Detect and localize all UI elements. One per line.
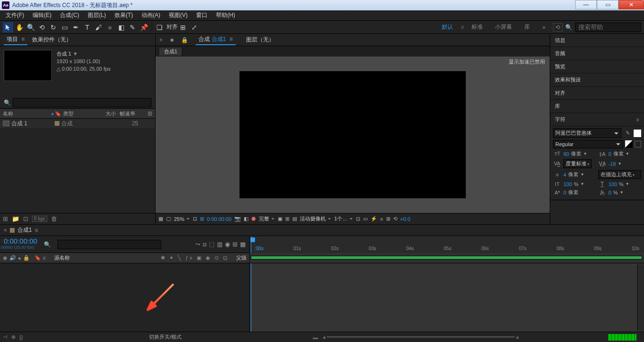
new-comp-icon[interactable]: ⊡ [23,215,28,222]
flowchart-icon[interactable]: ⊞ [386,216,390,222]
scrollbar-v[interactable] [637,264,644,331]
res-down-icon[interactable]: ⊡ [193,216,197,222]
workspace-default[interactable]: 默认 [437,22,458,32]
transparency-grid-icon[interactable]: ⊞ [200,216,204,222]
project-search-input[interactable] [13,98,151,107]
work-area-bar[interactable] [251,256,642,260]
graph-editor-icon[interactable]: ⊞ [232,241,238,248]
comp-mini-tab[interactable]: 合成1 [159,48,182,56]
pixel-aspect-icon[interactable]: ▭ [363,216,368,222]
selection-tool[interactable] [3,22,13,33]
panel-info[interactable]: 信息 [550,34,644,47]
maximize-button[interactable]: ▭ [597,0,619,9]
menu-animation[interactable]: 动画(A) [138,10,164,20]
timeline-layer-area[interactable] [0,263,250,332]
vscale-value[interactable]: 100 [563,181,572,187]
parent-header[interactable]: 父级 [236,254,247,261]
interpret-icon[interactable]: ⊞ [3,215,8,222]
toggle-modes-icon[interactable]: ⊕ [11,334,16,340]
toggle-switches-modes[interactable]: 切换开关/模式 [149,334,182,341]
baseline-value[interactable]: 0 [563,190,566,195]
text-tool[interactable]: T [82,22,92,33]
snap-icon[interactable]: ❏ [154,22,165,33]
timeline-icon[interactable]: ≡ [380,216,383,222]
stamp-tool[interactable]: ⟐ [105,22,115,33]
close-button[interactable]: ✕ [619,0,644,9]
brush-tool[interactable]: 🖌 [93,22,104,33]
no-color-swatch[interactable] [635,141,641,147]
toggle-switches-icon[interactable]: ⊣ [3,334,8,340]
tsume-value[interactable]: 0 [609,190,611,195]
expand-icon[interactable]: ⤢ [189,22,199,33]
resolution-selector[interactable]: 完整 [259,215,275,222]
playhead[interactable] [250,237,255,242]
leading-value[interactable]: 0 [609,151,611,157]
bit-depth[interactable]: 8 bpc [32,216,47,222]
fill-color-swatch[interactable] [634,130,641,137]
video-col-icon[interactable]: ◉ [3,255,8,261]
workspace-standard[interactable]: 标准 [467,22,487,32]
solo-col-icon[interactable]: ● [18,255,21,261]
show-snapshot-icon[interactable]: ◧ [244,216,248,222]
flowchart-icon[interactable]: ⊞ [148,110,152,117]
frame-blend-icon[interactable]: ▥ [217,241,223,248]
menu-composition[interactable]: 合成(C) [56,10,83,20]
tab-effect-controls[interactable]: 效果控件（无） [29,35,74,45]
font-size-value[interactable]: 80 [563,151,569,157]
sync-icon[interactable]: ⟲ [553,23,562,32]
brainstorm-icon[interactable]: ▦ [240,241,246,248]
draft3d-icon[interactable]: ⧈ [203,241,206,248]
tab-layer-viewer[interactable]: 图层（无） [243,35,277,45]
eraser-tool[interactable]: ◧ [116,22,126,33]
snapshot-icon[interactable]: 📷 [234,216,241,222]
minimize-button[interactable]: — [575,0,597,9]
menu-window[interactable]: 窗口 [192,10,211,20]
panel-character[interactable]: 字符≡ [550,113,644,126]
source-name-header[interactable]: 源名称 [54,254,70,261]
audio-col-icon[interactable]: 🔊 [9,255,16,261]
panel-preview[interactable]: 预览 [550,60,644,73]
shy-icon[interactable]: ⬚ [209,241,215,248]
share-view-icon[interactable]: ⊡ [356,216,360,222]
project-item-row[interactable]: 合成 1 合成 25 [0,119,155,128]
menu-help[interactable]: 帮助(H) [212,10,239,20]
guides-icon[interactable]: ▤ [292,216,297,222]
pen-tool[interactable]: ✒ [71,22,81,33]
timeline-ruler[interactable]: :00s01s02s03s04s05s06s07s08s09s10s [250,236,644,253]
orbit-tool[interactable]: ⟲ [37,22,47,33]
stroke-color-swatch[interactable] [625,140,633,148]
viewer-area[interactable]: 显示加速已禁用 [156,57,550,213]
rotate-tool[interactable]: ↻ [48,22,58,33]
trash-icon[interactable]: 🗑 [51,215,57,222]
grid-icon[interactable]: ⊞ [285,216,289,222]
panel-library[interactable]: 库 [550,100,644,113]
comp-mini-flow-icon[interactable]: ⤳ [195,241,200,248]
stroke-mode-selector[interactable]: 在描边上填充 [598,170,642,179]
panel-audio[interactable]: 音频 [550,47,644,60]
always-preview-icon[interactable]: ▦ [158,216,163,222]
tab-comp-viewer[interactable]: 合成 合成1 ≡ [196,34,235,45]
timeline-tab[interactable]: 合成1 [17,226,32,234]
eyedropper-icon[interactable]: ✎ [623,130,632,136]
hand-tool[interactable]: ✋ [14,22,25,33]
font-family-selector[interactable]: 阿里巴巴普惠体⏷ [553,128,621,138]
toggle-in-out-icon[interactable]: {} [19,334,23,340]
snapping-toggle[interactable]: ⊞ [178,22,188,33]
tracking-value[interactable]: -18 [609,161,616,167]
zoom-selector[interactable]: 25% [174,216,190,222]
lock-icon[interactable]: 🔒 [181,37,188,43]
lock-col-icon[interactable]: 🔒 [23,255,30,261]
puppet-tool[interactable]: 📌 [139,22,149,33]
menu-edit[interactable]: 编辑(E) [29,10,55,20]
channel-icon[interactable]: ⬣ [251,216,256,222]
workspace-overflow[interactable]: » [537,23,550,32]
zoom-slider[interactable]: ▲━━━━━━━━━━━━━━━━━━━━━━━━━━━━━━━━━━━━━━━… [322,334,520,340]
zoom-tool[interactable]: 🔍 [25,22,36,33]
roto-tool[interactable]: ✎ [127,22,138,33]
fast-preview-icon[interactable]: ⚡ [371,216,377,222]
camera-selector[interactable]: 活动摄像机 [300,215,331,222]
screen-icon[interactable]: 🖵 [166,216,171,222]
rect-tool[interactable]: ▭ [59,22,70,33]
panel-align[interactable]: 对齐 [550,87,644,100]
current-time-indicator[interactable] [251,263,251,332]
